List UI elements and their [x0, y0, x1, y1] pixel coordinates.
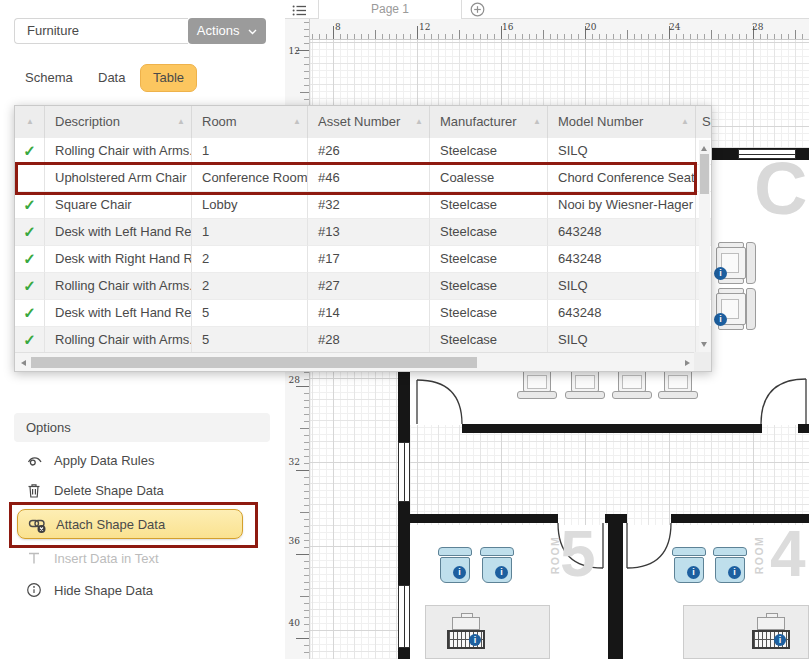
room4-word-label: ROOM: [753, 532, 765, 578]
ruler-number: 36: [287, 536, 300, 546]
ruler-number: 12: [419, 22, 430, 32]
data-table-panel: ▲ Description▲ Room▲ Asset Number▲ Manuf…: [14, 105, 712, 372]
sort-icon: ▲: [681, 106, 689, 138]
ruler-number: 24: [669, 22, 680, 32]
table-row[interactable]: ✓ Desk with Left Hand Re... 5 #14 Steelc…: [15, 300, 711, 327]
page-tab[interactable]: Page 1: [318, 0, 462, 19]
room4-number-label: 4: [770, 522, 806, 586]
tab-table[interactable]: Table: [140, 64, 197, 92]
column-header-serial[interactable]: Se: [696, 106, 711, 138]
sort-icon: ▲: [26, 106, 34, 138]
info-badge-icon[interactable]: i: [469, 634, 481, 646]
chair-shape[interactable]: [612, 370, 652, 400]
blue-chair-shape[interactable]: i: [438, 547, 472, 583]
info-badge-icon[interactable]: i: [774, 634, 786, 646]
desk-shape[interactable]: [425, 605, 550, 659]
info-badge-icon[interactable]: i: [495, 566, 508, 579]
column-header-status[interactable]: ▲: [15, 106, 45, 138]
scroll-right-icon[interactable]: [685, 360, 690, 366]
info-icon: [26, 582, 42, 602]
room-label-c: C: [754, 152, 807, 226]
blue-chair-shape[interactable]: i: [672, 547, 706, 583]
scroll-left-icon[interactable]: [21, 360, 26, 366]
info-badge-icon[interactable]: i: [453, 566, 466, 579]
insert-data-in-text-item: Insert Data in Text: [0, 549, 285, 569]
chevron-down-icon: [248, 29, 257, 35]
ruler-number: 28: [287, 375, 300, 385]
table-row[interactable]: ✓ Rolling Chair with Arms... 1 #26 Steel…: [15, 138, 711, 165]
chair-shape[interactable]: [565, 370, 605, 400]
info-badge-icon[interactable]: i: [714, 267, 727, 280]
scroll-up-icon[interactable]: [701, 146, 707, 151]
options-header: Options: [14, 413, 270, 442]
column-header-asset-number[interactable]: Asset Number▲: [308, 106, 430, 138]
ruler-number: 32: [287, 457, 300, 467]
eye-icon: [26, 452, 43, 472]
apply-data-rules-item[interactable]: Apply Data Rules: [0, 451, 285, 471]
info-badge-icon[interactable]: i: [714, 313, 727, 326]
check-icon: ✓: [15, 327, 45, 354]
column-header-description[interactable]: Description▲: [45, 106, 192, 138]
vertical-scroll-thumb[interactable]: [700, 154, 709, 194]
table-row[interactable]: ✓ Desk with Right Hand R... 2 #17 Steelc…: [15, 246, 711, 273]
chair-shape[interactable]: [517, 370, 557, 400]
keyboard-shape[interactable]: i: [752, 630, 790, 649]
column-header-model-number[interactable]: Model Number▲: [548, 106, 696, 138]
check-icon: ✓: [15, 246, 45, 273]
tab-data[interactable]: Data: [98, 70, 125, 85]
tab-schema[interactable]: Schema: [25, 70, 73, 85]
sort-icon: ▲: [177, 106, 185, 138]
horizontal-scroll-thumb[interactable]: [31, 357, 477, 368]
table-row-highlighted[interactable]: Upholstered Arm Chair Conference Room #4…: [15, 165, 711, 192]
ruler-number: 28: [752, 22, 763, 32]
horizontal-scrollbar[interactable]: [15, 352, 696, 371]
link-icon: [28, 516, 47, 538]
horizontal-ruler: 8 12 16 20 24 28: [310, 19, 809, 40]
table-row[interactable]: ✓ Rolling Chair with Arms... 5 #28 Steel…: [15, 327, 711, 354]
check-icon: ✓: [15, 219, 45, 246]
hide-shape-data-item[interactable]: Hide Shape Data: [0, 581, 285, 601]
page-tab-bar: Page 1: [285, 0, 809, 19]
column-header-manufacturer[interactable]: Manufacturer▲: [430, 106, 548, 138]
blue-chair-shape[interactable]: i: [480, 547, 514, 583]
ruler-number: 8: [335, 22, 341, 32]
text-icon: [26, 550, 42, 570]
scrollbar-corner: [694, 352, 711, 371]
ruler-number: 16: [502, 22, 513, 32]
delete-shape-data-item[interactable]: Delete Shape Data: [0, 481, 285, 501]
dataset-name-input[interactable]: Furniture: [14, 18, 188, 44]
check-icon: ✓: [15, 273, 45, 300]
table-row[interactable]: ✓ Desk with Left Hand Re... 1 #13 Steelc…: [15, 219, 711, 246]
ruler-number: 20: [585, 22, 596, 32]
room5-number-label: 5: [560, 522, 596, 586]
chair-shape[interactable]: [658, 370, 698, 400]
info-badge-icon[interactable]: i: [728, 566, 741, 579]
check-icon: ✓: [15, 300, 45, 327]
trash-icon: [26, 482, 42, 503]
actions-button[interactable]: Actions: [188, 18, 266, 44]
attach-shape-data-button[interactable]: Attach Shape Data: [17, 509, 243, 539]
scroll-down-icon[interactable]: [701, 342, 707, 347]
table-row[interactable]: ✓ Rolling Chair with Arms... 2 #27 Steel…: [15, 273, 711, 300]
table-header-row: ▲ Description▲ Room▲ Asset Number▲ Manuf…: [15, 106, 711, 138]
sort-icon: ▲: [293, 106, 301, 138]
chair-shape[interactable]: i: [716, 288, 758, 330]
sort-icon: ▲: [533, 106, 541, 138]
vertical-scrollbar[interactable]: [699, 140, 710, 353]
check-icon: ✓: [15, 138, 45, 165]
column-header-room[interactable]: Room▲: [192, 106, 308, 138]
blue-chair-shape[interactable]: i: [713, 547, 747, 583]
table-row[interactable]: ✓ Square Chair Lobby #32 Steelcase Nooi …: [15, 192, 711, 219]
app-window: Page 1 8 12 16 20 24 28 12 28 32 36 40: [0, 0, 809, 659]
monitor-shape[interactable]: [757, 617, 785, 630]
sort-icon: ▲: [415, 106, 423, 138]
check-icon: ✓: [15, 192, 45, 219]
keyboard-shape[interactable]: i: [447, 630, 485, 649]
monitor-shape[interactable]: [452, 617, 480, 630]
ruler-number: 12: [287, 46, 300, 56]
chair-shape[interactable]: i: [716, 242, 758, 284]
desk-shape[interactable]: [683, 605, 809, 659]
info-badge-icon[interactable]: i: [687, 566, 700, 579]
ruler-number: 40: [287, 618, 300, 628]
